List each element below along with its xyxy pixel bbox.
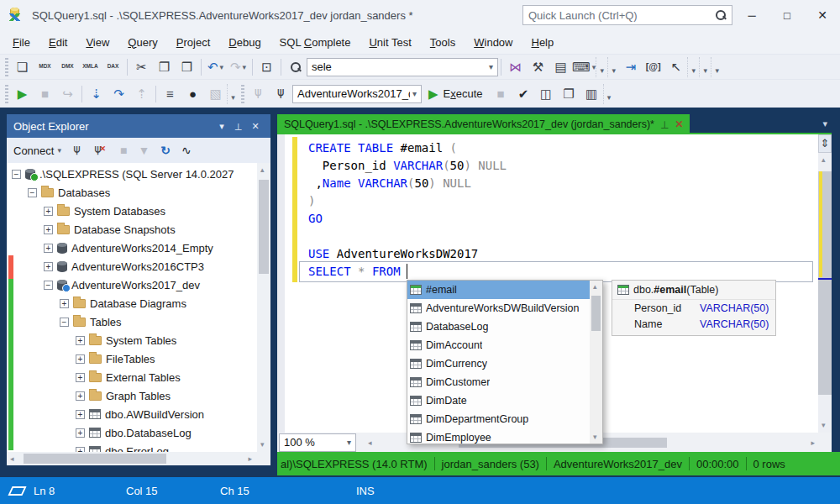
paste-button[interactable]: ❒ bbox=[176, 57, 198, 77]
quick-launch-input[interactable]: Quick Launch (Ctrl+Q) bbox=[522, 5, 732, 25]
refresh-icon[interactable]: ↻ bbox=[160, 144, 171, 157]
toolbox-button[interactable]: ▤ bbox=[549, 57, 572, 77]
autocomplete-item-dimdepartmentgroup[interactable]: DimDepartmentGroup bbox=[407, 410, 602, 428]
toolbar-overflow-button[interactable]: ▾ bbox=[687, 57, 699, 77]
document-list-dropdown-icon[interactable]: ▾ bbox=[822, 118, 827, 129]
panel-close-button[interactable]: ✕ bbox=[247, 121, 264, 132]
scroll-right-icon[interactable]: ▸ bbox=[811, 439, 815, 447]
close-button[interactable]: ✕ bbox=[810, 6, 835, 24]
debug-stop-button[interactable]: ■ bbox=[34, 84, 56, 104]
tree-item-system-tables[interactable]: +System Tables bbox=[7, 331, 270, 349]
expander-minus-icon[interactable]: − bbox=[12, 170, 21, 179]
toolbar-overflow-button[interactable]: ▾ bbox=[227, 84, 239, 104]
chevron-down-icon[interactable]: ▾ bbox=[220, 63, 224, 71]
expander-plus-icon[interactable]: + bbox=[76, 336, 85, 345]
database-combo[interactable]: AdventureWorks2017_dev▾ bbox=[292, 85, 422, 103]
connect-query-button[interactable]: ⋔ bbox=[247, 84, 270, 104]
copy-button[interactable]: ❐ bbox=[153, 57, 176, 77]
tree-item-sqlexpress-sql-server-14-0-2027[interactable]: −.\SQLEXPRESS (SQL Server 14.0.2027 bbox=[7, 165, 270, 183]
expander-minus-icon[interactable]: − bbox=[28, 188, 37, 197]
toolbar-overflow-button[interactable]: ▾ bbox=[596, 57, 607, 77]
tree-item-database-diagrams[interactable]: +Database Diagrams bbox=[7, 294, 270, 312]
estimated-plan-button[interactable]: ◫ bbox=[535, 84, 558, 104]
autocomplete-item-adventureworksdwbuildversion[interactable]: AdventureWorksDWBuildVersion bbox=[407, 299, 602, 318]
expander-minus-icon[interactable]: − bbox=[60, 318, 69, 327]
expander-plus-icon[interactable]: + bbox=[76, 410, 85, 419]
tree-item-adventureworks2014-empty[interactable]: +AdventureWorks2014_Empty bbox=[7, 239, 270, 257]
check-in-button[interactable]: ⇣ bbox=[85, 84, 108, 104]
menu-debug[interactable]: Debug bbox=[219, 32, 270, 53]
expander-plus-icon[interactable]: + bbox=[76, 391, 85, 401]
stop-icon[interactable]: ■ bbox=[120, 144, 127, 157]
scroll-down-icon[interactable]: ▾ bbox=[593, 433, 597, 441]
splitter-handle[interactable]: ⇕ bbox=[818, 134, 832, 153]
menu-tools[interactable]: Tools bbox=[421, 32, 465, 53]
panel-menu-button[interactable]: ▾ bbox=[213, 121, 230, 132]
tree-item-tables[interactable]: −Tables bbox=[7, 312, 270, 331]
zoom-combo[interactable]: 100 % ▾ bbox=[279, 433, 356, 452]
connect-button[interactable]: Connect ▾ bbox=[13, 144, 61, 157]
scroll-left-icon[interactable]: ◂ bbox=[368, 439, 372, 447]
menu-sql-complete[interactable]: SQL Complete bbox=[270, 32, 360, 53]
scroll-down-icon[interactable]: ▾ bbox=[260, 441, 265, 449]
tree-item-filetables[interactable]: +FileTables bbox=[7, 349, 270, 368]
pin-icon[interactable]: ⊤ bbox=[660, 118, 669, 130]
activity-monitor-icon[interactable]: ∿ bbox=[181, 144, 192, 157]
tree-horizontal-scrollbar[interactable]: ◂ ▸ bbox=[7, 452, 270, 465]
toolbar-grip[interactable] bbox=[5, 85, 8, 103]
menu-project[interactable]: Project bbox=[167, 32, 220, 53]
query-windows-button[interactable]: ❐ bbox=[558, 84, 580, 104]
tree-item-external-tables[interactable]: +External Tables bbox=[7, 368, 270, 386]
dmx-query-button[interactable]: DMX bbox=[56, 57, 79, 77]
tree-item-adventureworks2016ctp3[interactable]: +AdventureWorks2016CTP3 bbox=[7, 257, 270, 276]
expander-plus-icon[interactable]: + bbox=[76, 373, 85, 382]
tab-sqlquery1[interactable]: SQLQuery1.sql - .\SQLEXPRESS.AdventureWo… bbox=[277, 114, 690, 134]
pending-changes-button[interactable]: ≡ bbox=[159, 84, 181, 104]
toolbar-overflow-button[interactable]: ▾ bbox=[699, 57, 711, 77]
autocomplete-item-email[interactable]: #email bbox=[407, 281, 602, 299]
cut-button[interactable]: ✂ bbox=[130, 57, 153, 77]
filter-icon[interactable]: ▼ bbox=[138, 144, 150, 157]
menu-unit-test[interactable]: Unit Test bbox=[360, 32, 420, 53]
dax-query-button[interactable]: DAX bbox=[102, 57, 124, 77]
tree-item-graph-tables[interactable]: +Graph Tables bbox=[7, 386, 270, 405]
connect-plug-icon[interactable]: ⋔ bbox=[72, 144, 82, 157]
sync-button[interactable]: ↷ bbox=[108, 84, 130, 104]
autocomplete-item-dimaccount[interactable]: DimAccount bbox=[407, 336, 602, 354]
scroll-up-icon[interactable]: ▴ bbox=[822, 156, 826, 164]
expander-plus-icon[interactable]: + bbox=[60, 299, 69, 308]
panel-pin-button[interactable]: ⊤ bbox=[230, 121, 247, 132]
parse-button[interactable]: ✔ bbox=[512, 84, 535, 104]
toolbar-overflow-button[interactable]: ▾ bbox=[603, 84, 615, 104]
expander-plus-icon[interactable]: + bbox=[44, 262, 53, 271]
maximize-button[interactable]: □ bbox=[774, 6, 800, 24]
expander-plus-icon[interactable]: + bbox=[44, 207, 53, 216]
object-explorer-tree[interactable]: −.\SQLEXPRESS (SQL Server 14.0.2027−Data… bbox=[7, 163, 270, 452]
menu-query[interactable]: Query bbox=[118, 32, 166, 53]
navigate-button[interactable]: ⊡ bbox=[255, 57, 278, 77]
scrollbar-thumb[interactable] bbox=[591, 296, 601, 331]
expander-minus-icon[interactable]: − bbox=[44, 281, 53, 290]
scroll-up-icon[interactable]: ▴ bbox=[260, 166, 265, 174]
stop-query-button[interactable]: ■ bbox=[490, 84, 512, 104]
mdx-query-button[interactable]: MDX bbox=[34, 57, 56, 77]
object-explorer-header[interactable]: Object Explorer ▾ ⊤ ✕ bbox=[7, 114, 270, 138]
tree-item-databases[interactable]: −Databases bbox=[7, 183, 270, 202]
tree-item-database-snapshots[interactable]: +Database Snapshots bbox=[7, 220, 270, 239]
search-combo[interactable]: sele▾ bbox=[307, 58, 498, 76]
pointer-select-button[interactable]: ↖ bbox=[664, 57, 687, 77]
results-grid-button[interactable]: ▥ bbox=[580, 84, 603, 104]
expander-plus-icon[interactable]: + bbox=[44, 225, 53, 234]
chevron-down-icon[interactable]: ▾ bbox=[410, 89, 419, 98]
new-query-button[interactable]: ❏ bbox=[11, 57, 34, 77]
tools-wrench-button[interactable]: ⚒ bbox=[527, 57, 549, 77]
close-icon[interactable]: ✕ bbox=[675, 118, 683, 130]
toolbar-overflow-button[interactable]: ▾ bbox=[711, 57, 722, 77]
chevron-down-icon[interactable]: ▾ bbox=[344, 438, 354, 447]
history-button[interactable]: ▧ bbox=[204, 84, 227, 104]
find-in-scripts-button[interactable] bbox=[284, 57, 307, 77]
tree-item-dbo-errorlog[interactable]: +dbo.ErrorLog bbox=[7, 442, 270, 452]
autocomplete-item-dimcurrency[interactable]: DimCurrency bbox=[407, 354, 602, 373]
tree-vertical-scrollbar[interactable]: ▴ ▾ bbox=[257, 163, 270, 452]
autocomplete-item-dimemployee[interactable]: DimEmployee bbox=[407, 428, 602, 444]
